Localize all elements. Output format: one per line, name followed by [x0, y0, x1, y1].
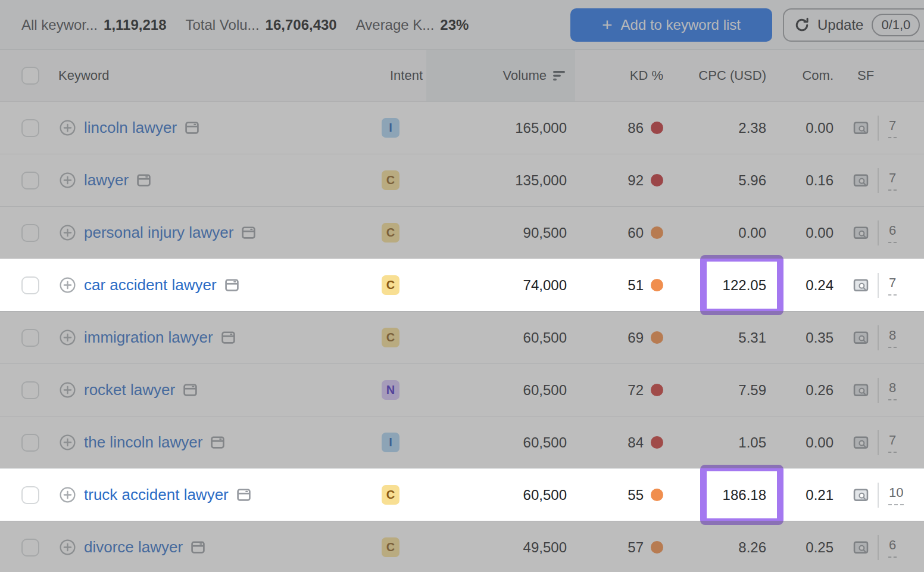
add-keyword-icon[interactable] [58, 276, 77, 294]
keyword-link[interactable]: the lincoln lawyer [84, 433, 202, 452]
keyword-link[interactable]: personal injury lawyer [84, 223, 233, 242]
keyword-link[interactable]: immigration lawyer [84, 328, 213, 347]
column-divider [878, 535, 879, 560]
serp-preview-icon[interactable] [241, 225, 257, 241]
column-header-volume[interactable]: Volume [426, 50, 575, 101]
column-header-keyword[interactable]: Keyword [58, 68, 110, 83]
row-checkbox[interactable] [21, 119, 39, 137]
cpc-value: 0.00 [738, 225, 773, 241]
serp-preview-icon[interactable] [182, 382, 198, 398]
row-checkbox[interactable] [21, 381, 39, 399]
serp-features-count[interactable]: 7 [888, 170, 897, 191]
kd-value: 92 [628, 172, 644, 189]
keyword-link[interactable]: rocket lawyer [84, 381, 175, 399]
serp-features-icon[interactable] [853, 487, 869, 503]
column-header-kd[interactable]: KD % [630, 68, 670, 83]
keyword-link[interactable]: divorce lawyer [84, 538, 183, 557]
add-keyword-icon[interactable] [58, 538, 77, 557]
keyword-link[interactable]: lincoln lawyer [84, 119, 177, 137]
serp-features-count[interactable]: 7 [888, 118, 897, 138]
keyword-link[interactable]: lawyer [84, 171, 129, 189]
serp-features-icon[interactable] [853, 173, 869, 188]
serp-preview-icon[interactable] [136, 172, 152, 188]
serp-features-icon[interactable] [853, 435, 869, 450]
stat-label: Average K... [356, 17, 435, 33]
serp-features-count[interactable]: 10 [888, 485, 904, 505]
intent-badge: C [382, 223, 399, 243]
column-header-com[interactable]: Com. [802, 68, 839, 83]
row-checkbox[interactable] [21, 434, 39, 452]
stat-label: Total Volu... [186, 17, 260, 33]
intent-badge: C [382, 328, 399, 347]
intent-badge: I [382, 433, 399, 452]
add-to-keyword-list-button[interactable]: + Add to keyword list [570, 8, 772, 42]
column-header-intent[interactable]: Intent [390, 68, 426, 83]
serp-features-count[interactable]: 8 [888, 380, 897, 400]
cpc-value: 186.18 [723, 487, 773, 503]
serp-features-icon[interactable] [853, 120, 869, 136]
serp-preview-icon[interactable] [224, 277, 240, 293]
row-checkbox[interactable] [21, 539, 39, 557]
serp-preview-icon[interactable] [210, 434, 226, 450]
intent-badge: C [382, 275, 399, 295]
serp-features-count[interactable]: 6 [888, 537, 897, 558]
kd-difficulty-dot [651, 279, 663, 291]
add-keyword-icon[interactable] [58, 171, 77, 189]
row-checkbox[interactable] [21, 224, 39, 242]
serp-preview-icon[interactable] [184, 120, 200, 136]
intent-badge: C [382, 485, 399, 505]
column-header-cpc[interactable]: CPC (USD) [698, 68, 773, 83]
serp-features-count[interactable]: 8 [888, 328, 897, 348]
table-row: lincoln lawyer I 165,000 86 2.38 0.00 [0, 101, 924, 154]
update-button[interactable]: Update 0/1,0 [783, 8, 924, 42]
kd-value: 86 [628, 120, 644, 136]
table-header: Keyword Intent Volume KD % CPC (USD) Com… [0, 50, 924, 101]
stat-label: All keywor... [21, 17, 98, 33]
cpc-value: 1.05 [738, 434, 773, 451]
keyword-link[interactable]: car accident lawyer [84, 276, 217, 294]
serp-preview-icon[interactable] [190, 539, 206, 555]
add-keyword-icon[interactable] [58, 486, 77, 504]
table-row: immigration lawyer C 60,500 69 5.31 0.35 [0, 311, 924, 363]
volume-value: 74,000 [523, 277, 575, 294]
serp-features-icon[interactable] [853, 383, 869, 398]
row-checkbox[interactable] [21, 329, 39, 347]
row-checkbox[interactable] [21, 276, 39, 294]
competition-value: 0.00 [806, 225, 839, 241]
column-header-sf[interactable]: SF [839, 68, 874, 83]
add-keyword-icon[interactable] [58, 223, 77, 242]
volume-value: 60,500 [523, 382, 575, 399]
competition-value: 0.35 [806, 329, 839, 346]
row-checkbox[interactable] [21, 172, 39, 189]
stat-average-kd: Average K... 23% [356, 17, 469, 33]
serp-features-count[interactable]: 7 [888, 275, 897, 296]
add-keyword-icon[interactable] [58, 119, 77, 137]
kd-difficulty-dot [651, 541, 663, 554]
serp-features-icon[interactable] [853, 540, 869, 555]
serp-features-icon[interactable] [853, 278, 869, 293]
table-row: personal injury lawyer C 90,500 60 0.00 … [0, 206, 924, 259]
volume-value: 135,000 [515, 172, 575, 189]
kd-difficulty-dot [651, 384, 663, 396]
competition-value: 0.24 [806, 277, 839, 294]
add-keyword-icon[interactable] [58, 328, 77, 347]
table-row: rocket lawyer N 60,500 72 7.59 0.26 [0, 363, 924, 416]
toolbar: All keywor... 1,119,218 Total Volu... 16… [0, 0, 924, 50]
competition-value: 0.26 [806, 382, 839, 399]
row-checkbox[interactable] [21, 486, 39, 504]
kd-value: 57 [628, 539, 644, 556]
serp-preview-icon[interactable] [220, 329, 236, 346]
stat-value: 16,706,430 [266, 17, 337, 33]
stat-value: 23% [440, 17, 469, 33]
serp-features-count[interactable]: 7 [888, 433, 897, 453]
keyword-link[interactable]: truck accident lawyer [84, 486, 229, 504]
add-keyword-icon[interactable] [58, 381, 77, 399]
intent-badge: N [382, 380, 399, 400]
select-all-checkbox[interactable] [21, 67, 39, 85]
serp-features-icon[interactable] [853, 330, 869, 346]
serp-preview-icon[interactable] [236, 487, 252, 503]
kd-difficulty-dot [651, 331, 663, 344]
add-keyword-icon[interactable] [58, 433, 77, 452]
serp-features-count[interactable]: 6 [888, 223, 897, 243]
serp-features-icon[interactable] [853, 225, 869, 241]
